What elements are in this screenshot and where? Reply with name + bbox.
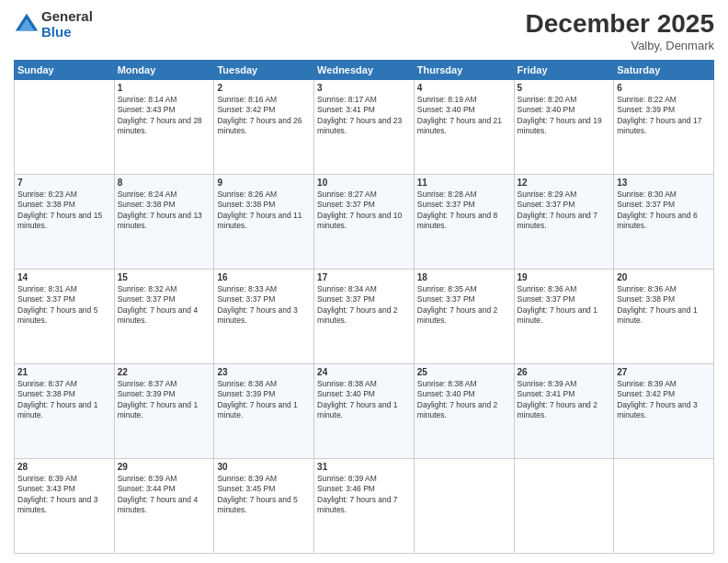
calendar-cell: 17Sunrise: 8:34 AMSunset: 3:37 PMDayligh… — [314, 270, 415, 364]
month-title: December 2025 — [526, 9, 714, 39]
day-info: Sunrise: 8:34 AMSunset: 3:37 PMDaylight:… — [317, 284, 411, 327]
weekday-header-monday: Monday — [114, 61, 214, 80]
weekday-header-tuesday: Tuesday — [214, 61, 314, 80]
weekday-header-sunday: Sunday — [15, 61, 115, 80]
day-info: Sunrise: 8:36 AMSunset: 3:38 PMDaylight:… — [617, 284, 711, 327]
day-number: 18 — [417, 272, 511, 282]
calendar-table: SundayMondayTuesdayWednesdayThursdayFrid… — [14, 60, 714, 554]
day-info: Sunrise: 8:22 AMSunset: 3:39 PMDaylight:… — [617, 95, 711, 137]
day-number: 8 — [118, 178, 211, 188]
day-info: Sunrise: 8:37 AMSunset: 3:39 PMDaylight:… — [118, 379, 211, 421]
day-number: 14 — [17, 272, 111, 282]
day-number: 17 — [317, 272, 411, 282]
calendar-cell: 11Sunrise: 8:28 AMSunset: 3:37 PMDayligh… — [414, 175, 514, 270]
calendar-cell: 19Sunrise: 8:36 AMSunset: 3:37 PMDayligh… — [514, 270, 614, 364]
day-info: Sunrise: 8:32 AMSunset: 3:37 PMDaylight:… — [118, 284, 211, 327]
calendar-cell: 22Sunrise: 8:37 AMSunset: 3:39 PMDayligh… — [114, 364, 214, 459]
day-info: Sunrise: 8:27 AMSunset: 3:37 PMDaylight:… — [317, 190, 411, 232]
day-info: Sunrise: 8:14 AMSunset: 3:43 PMDaylight:… — [118, 95, 211, 137]
day-number: 25 — [417, 367, 511, 377]
day-info: Sunrise: 8:28 AMSunset: 3:37 PMDaylight:… — [417, 190, 511, 232]
logo-general-text: General — [41, 9, 93, 25]
day-number: 23 — [217, 367, 311, 377]
day-number: 31 — [317, 462, 411, 472]
day-info: Sunrise: 8:39 AMSunset: 3:45 PMDaylight:… — [217, 474, 311, 516]
calendar-week-2: 7Sunrise: 8:23 AMSunset: 3:38 PMDaylight… — [15, 175, 714, 270]
day-number: 6 — [617, 83, 711, 93]
calendar-cell — [15, 80, 115, 175]
day-number: 4 — [417, 83, 511, 93]
day-info: Sunrise: 8:30 AMSunset: 3:37 PMDaylight:… — [617, 190, 711, 232]
calendar-cell: 14Sunrise: 8:31 AMSunset: 3:37 PMDayligh… — [15, 270, 115, 364]
day-number: 20 — [617, 272, 711, 282]
calendar-cell: 5Sunrise: 8:20 AMSunset: 3:40 PMDaylight… — [514, 80, 614, 175]
weekday-header-saturday: Saturday — [614, 61, 714, 80]
day-number: 28 — [17, 462, 111, 472]
calendar-week-4: 21Sunrise: 8:37 AMSunset: 3:38 PMDayligh… — [15, 364, 714, 459]
calendar-cell: 4Sunrise: 8:19 AMSunset: 3:40 PMDaylight… — [414, 80, 514, 175]
day-info: Sunrise: 8:33 AMSunset: 3:37 PMDaylight:… — [217, 284, 311, 327]
logo-icon — [14, 12, 40, 38]
day-number: 9 — [217, 178, 311, 188]
calendar-cell: 12Sunrise: 8:29 AMSunset: 3:37 PMDayligh… — [514, 175, 614, 270]
calendar-cell: 29Sunrise: 8:39 AMSunset: 3:44 PMDayligh… — [114, 459, 214, 554]
day-number: 13 — [617, 178, 711, 188]
page: General Blue December 2025 Valby, Denmar… — [0, 0, 728, 563]
day-info: Sunrise: 8:26 AMSunset: 3:38 PMDaylight:… — [217, 190, 311, 232]
day-number: 21 — [17, 367, 111, 377]
day-info: Sunrise: 8:36 AMSunset: 3:37 PMDaylight:… — [518, 284, 611, 327]
calendar-cell — [414, 459, 514, 554]
calendar-week-5: 28Sunrise: 8:39 AMSunset: 3:43 PMDayligh… — [15, 459, 714, 554]
calendar-cell: 27Sunrise: 8:39 AMSunset: 3:42 PMDayligh… — [614, 364, 714, 459]
day-info: Sunrise: 8:24 AMSunset: 3:38 PMDaylight:… — [118, 190, 211, 232]
day-info: Sunrise: 8:38 AMSunset: 3:39 PMDaylight:… — [217, 379, 311, 421]
day-info: Sunrise: 8:19 AMSunset: 3:40 PMDaylight:… — [417, 95, 511, 137]
calendar-cell — [514, 459, 614, 554]
calendar-cell: 20Sunrise: 8:36 AMSunset: 3:38 PMDayligh… — [614, 270, 714, 364]
calendar-cell: 1Sunrise: 8:14 AMSunset: 3:43 PMDaylight… — [114, 80, 214, 175]
calendar-cell: 21Sunrise: 8:37 AMSunset: 3:38 PMDayligh… — [15, 364, 115, 459]
day-info: Sunrise: 8:16 AMSunset: 3:42 PMDaylight:… — [217, 95, 311, 137]
calendar-cell: 13Sunrise: 8:30 AMSunset: 3:37 PMDayligh… — [614, 175, 714, 270]
calendar-week-3: 14Sunrise: 8:31 AMSunset: 3:37 PMDayligh… — [15, 270, 714, 364]
day-number: 26 — [518, 367, 611, 377]
calendar-cell: 7Sunrise: 8:23 AMSunset: 3:38 PMDaylight… — [15, 175, 115, 270]
day-number: 16 — [217, 272, 311, 282]
day-info: Sunrise: 8:37 AMSunset: 3:38 PMDaylight:… — [17, 379, 111, 421]
day-info: Sunrise: 8:39 AMSunset: 3:43 PMDaylight:… — [17, 474, 111, 516]
day-number: 7 — [17, 178, 111, 188]
day-info: Sunrise: 8:17 AMSunset: 3:41 PMDaylight:… — [317, 95, 411, 137]
logo-blue-text: Blue — [41, 25, 93, 40]
day-info: Sunrise: 8:29 AMSunset: 3:37 PMDaylight:… — [518, 190, 611, 232]
day-number: 30 — [217, 462, 311, 472]
day-number: 27 — [617, 367, 711, 377]
calendar-cell: 6Sunrise: 8:22 AMSunset: 3:39 PMDaylight… — [614, 80, 714, 175]
calendar-cell: 31Sunrise: 8:39 AMSunset: 3:46 PMDayligh… — [314, 459, 415, 554]
calendar-cell — [614, 459, 714, 554]
day-number: 24 — [317, 367, 411, 377]
day-info: Sunrise: 8:38 AMSunset: 3:40 PMDaylight:… — [417, 379, 511, 421]
calendar-cell: 16Sunrise: 8:33 AMSunset: 3:37 PMDayligh… — [214, 270, 314, 364]
day-info: Sunrise: 8:38 AMSunset: 3:40 PMDaylight:… — [317, 379, 411, 421]
day-number: 19 — [518, 272, 611, 282]
logo-text: General Blue — [41, 9, 93, 40]
weekday-header-wednesday: Wednesday — [314, 61, 415, 80]
calendar-cell: 23Sunrise: 8:38 AMSunset: 3:39 PMDayligh… — [214, 364, 314, 459]
day-info: Sunrise: 8:39 AMSunset: 3:44 PMDaylight:… — [118, 474, 211, 516]
calendar-cell: 28Sunrise: 8:39 AMSunset: 3:43 PMDayligh… — [15, 459, 115, 554]
weekday-header-friday: Friday — [514, 61, 614, 80]
day-number: 22 — [118, 367, 211, 377]
day-number: 10 — [317, 178, 411, 188]
day-number: 11 — [417, 178, 511, 188]
day-info: Sunrise: 8:23 AMSunset: 3:38 PMDaylight:… — [17, 190, 111, 232]
calendar-cell: 24Sunrise: 8:38 AMSunset: 3:40 PMDayligh… — [314, 364, 415, 459]
calendar-cell: 30Sunrise: 8:39 AMSunset: 3:45 PMDayligh… — [214, 459, 314, 554]
day-info: Sunrise: 8:39 AMSunset: 3:41 PMDaylight:… — [518, 379, 611, 421]
calendar-cell: 25Sunrise: 8:38 AMSunset: 3:40 PMDayligh… — [414, 364, 514, 459]
weekday-header-thursday: Thursday — [414, 61, 514, 80]
calendar-cell: 26Sunrise: 8:39 AMSunset: 3:41 PMDayligh… — [514, 364, 614, 459]
day-number: 12 — [518, 178, 611, 188]
day-number: 3 — [317, 83, 411, 93]
calendar-cell: 15Sunrise: 8:32 AMSunset: 3:37 PMDayligh… — [114, 270, 214, 364]
day-number: 29 — [118, 462, 211, 472]
